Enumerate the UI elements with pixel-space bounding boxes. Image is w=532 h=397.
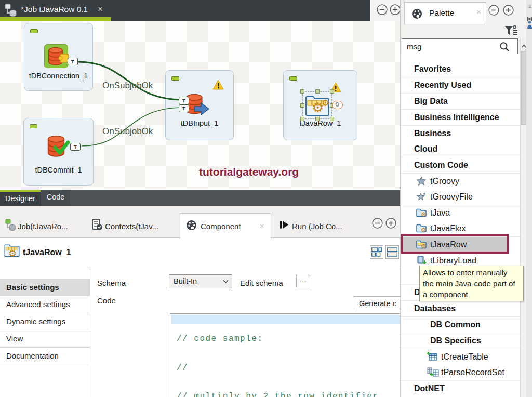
tjavarow-tooltip: Allows to enter manually the main Java-c… (419, 266, 524, 301)
link-label-onsubjobok-2[interactable]: OnSubjobOk (102, 126, 153, 137)
palette-category-favorites[interactable]: Favorites (401, 61, 520, 77)
tooltip-line: Allows to enter manually (423, 267, 520, 278)
tooltip-line: a component (423, 289, 520, 300)
tab-code[interactable]: Code (41, 190, 70, 206)
code-editor[interactable]: // code sample: // // multiply by 2 the … (170, 313, 400, 397)
schema-type-select[interactable]: Built-In (169, 274, 232, 288)
code-label: Code (97, 296, 116, 305)
node-label: tDBConnection_1 (24, 72, 92, 80)
menu-basic-settings[interactable]: Basic settings (0, 279, 90, 296)
warning-icon (212, 80, 224, 90)
java-folder-icon: ⚙ (416, 223, 427, 235)
selection-handle[interactable] (300, 89, 304, 94)
tab-contexts[interactable]: Contexts(tJav... (105, 222, 158, 231)
layout-grid-button[interactable] (370, 245, 383, 259)
maximize-button[interactable] (503, 5, 514, 16)
minimize-button[interactable] (488, 5, 499, 16)
palette-item-tjava[interactable]: ⚙ tJava (401, 205, 520, 221)
tjavarow-selected-icon[interactable]: ⚙ ⚙ (302, 91, 332, 120)
palette-item-tparserecordset[interactable]: tParseRecordSet (401, 365, 520, 381)
node-tdbcommit[interactable]: T tDBCommit_1 (23, 118, 94, 186)
close-icon[interactable]: × (260, 221, 264, 230)
status-led (171, 76, 179, 81)
java-folder-icon: ⚙ (416, 208, 427, 219)
palette-subcategory-db-common[interactable]: DB Common (401, 317, 520, 333)
palette-category-business-intelligence[interactable]: Business Intelligence (401, 110, 520, 126)
palette-category-big-data[interactable]: Big Data (401, 94, 520, 110)
menu-view[interactable]: View (0, 330, 90, 347)
palette-category-business[interactable]: Business (401, 126, 520, 142)
filter-icon[interactable] (504, 25, 518, 38)
node-label: tJavaRow_1 (284, 119, 357, 127)
node-tdbinput[interactable]: T T tDBInput_1 (165, 70, 234, 140)
node-tdbconnection[interactable]: T tDBConnection_1 (24, 23, 93, 91)
palette-category-custom-code[interactable]: Custom Code (401, 157, 520, 174)
contexts-icon (91, 218, 103, 231)
palette-item-tgroovyfile[interactable]: tGroovyFile (401, 189, 520, 205)
trigger-port[interactable]: T (179, 97, 189, 104)
status-led (289, 76, 297, 81)
active-tab-underline (0, 17, 111, 21)
tab-run[interactable]: Run (Job Co... (292, 222, 342, 231)
minimized-view-strip (526, 0, 532, 397)
trigger-port[interactable]: T (179, 104, 189, 112)
selection-handle[interactable] (330, 89, 334, 94)
close-icon[interactable]: × (476, 7, 481, 16)
search-icon (499, 42, 510, 55)
palette-category-cloud[interactable]: Cloud (401, 141, 520, 157)
selection-handle[interactable] (300, 103, 304, 108)
trigger-port[interactable]: T (68, 58, 78, 65)
menu-documentation[interactable]: Documentation (0, 347, 90, 364)
palette-panel: Palette × Favorites Recently Used (400, 0, 532, 397)
component-title: tJavaRow_1 (23, 248, 71, 257)
output-port[interactable]: O (332, 101, 343, 109)
chevron-down-icon (223, 280, 229, 284)
maximize-button[interactable] (385, 218, 396, 229)
job-icon (5, 219, 16, 231)
maximize-button[interactable] (390, 4, 400, 15)
corner-buttons (370, 0, 400, 21)
node-label: tDBInput_1 (166, 119, 233, 127)
tab-component[interactable]: Component (201, 222, 241, 231)
watermark-text: tutorialgateway.org (199, 166, 299, 178)
link-label-onsubjobok-1[interactable]: OnSubjobOk (102, 81, 153, 91)
menu-dynamic-settings[interactable]: Dynamic settings (0, 313, 90, 330)
gear-icon: ⚙ (322, 99, 329, 108)
minimize-button[interactable] (372, 218, 383, 229)
run-icon (280, 220, 289, 229)
code-line: // code sample: (177, 334, 400, 344)
palette-item-tcreatetable[interactable]: tCreateTable (401, 349, 520, 365)
code-text: // code sample: // // multiply by 2 the … (177, 315, 400, 397)
layout-rows-button[interactable] (385, 245, 399, 259)
component-palette-icon (186, 220, 197, 231)
trigger-port[interactable]: T (70, 143, 81, 151)
palette-tab[interactable]: Palette × (404, 2, 486, 24)
close-icon[interactable]: × (98, 4, 103, 15)
palette-item-tgroovy[interactable]: tGroovy (401, 174, 520, 190)
generate-code-button[interactable]: Generate c (354, 296, 400, 311)
palette-category-dotnet[interactable]: DotNET (401, 381, 520, 397)
input-arrow-icon (194, 102, 209, 116)
minimize-button[interactable] (377, 4, 388, 15)
check-icon (52, 140, 70, 156)
palette-subcategory-db-specifics[interactable]: DB Specifics (401, 333, 520, 349)
tab-designer[interactable]: Designer (0, 190, 41, 206)
gear-icon: ⚙ (8, 249, 17, 258)
outline-view-icon[interactable] (527, 21, 532, 31)
palette-category-databases[interactable]: Databases (401, 301, 520, 317)
talend-window: T tDBConnection_1 T tDBCommit_1 (0, 0, 532, 397)
code-line: // multiply by 2 the row identifier (177, 392, 400, 397)
palette-icon (411, 8, 422, 19)
menu-divider (90, 269, 90, 397)
groovy-file-icon (416, 192, 427, 204)
node-tjavarow[interactable]: ⚙ ⚙ O tJavaRow_1 (283, 70, 357, 140)
selection-handle[interactable] (315, 89, 320, 94)
edit-schema-more-button[interactable]: ... (296, 275, 310, 287)
palette-category-recently-used[interactable]: Recently Used (401, 77, 520, 94)
tab-job[interactable]: Job(tJavaRo... (18, 222, 68, 231)
menu-advanced-settings[interactable]: Advanced settings (0, 296, 90, 313)
job-design-canvas: T tDBConnection_1 T tDBCommit_1 (0, 21, 400, 190)
create-table-icon (427, 352, 438, 363)
db-connection-icon (44, 44, 68, 68)
job-tab-title: *Job tJavaRow 0.1 (21, 5, 88, 14)
